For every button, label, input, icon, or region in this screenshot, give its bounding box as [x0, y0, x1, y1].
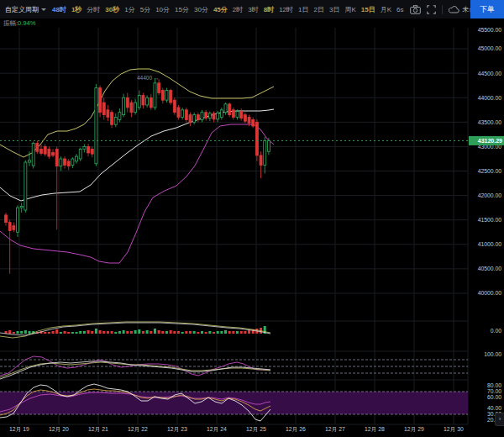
timeframe-item[interactable]: 分时	[87, 5, 100, 14]
custom-period-label: 自定义周期	[5, 5, 39, 14]
candle	[48, 146, 50, 159]
timeframe-item[interactable]: 45分	[213, 5, 228, 14]
timeframe-item[interactable]: 10分	[155, 5, 170, 14]
date-label: 12月 25	[246, 426, 266, 433]
timeframe-item[interactable]: 2日	[314, 5, 324, 14]
timeframe-item[interactable]: 30分	[194, 5, 208, 14]
candle	[71, 157, 74, 168]
axis-collapse-button[interactable]: ›	[495, 413, 504, 426]
camera-button[interactable]	[410, 5, 421, 14]
volume-bar	[232, 331, 234, 334]
timeframe-item[interactable]: 6s	[396, 6, 403, 13]
candle	[55, 146, 58, 229]
volume-bar	[64, 331, 66, 334]
price-axis-label: 45500.00	[478, 27, 502, 33]
volume-bar	[17, 331, 19, 334]
candle	[107, 105, 109, 121]
volume-bar	[13, 332, 15, 334]
toolbar: 自定义周期 48时1秒分时30秒1分5分10分15分30分45分2时3时8时12…	[0, 0, 504, 19]
timeframe-item[interactable]: 1日	[298, 5, 308, 14]
candle	[126, 92, 129, 112]
volume-bar	[150, 331, 152, 334]
candle	[5, 213, 8, 226]
volume-bar	[181, 332, 184, 334]
candle	[201, 110, 203, 123]
volume-bar	[29, 331, 31, 334]
chart-canvas[interactable]: 44400 →45500.0045000.0044500.0044000.004…	[0, 0, 504, 437]
candle	[161, 88, 164, 104]
candle	[205, 110, 207, 121]
candle	[8, 220, 11, 274]
timeframe-item[interactable]: 8时	[264, 5, 274, 14]
candle	[130, 100, 133, 117]
date-label: 12月 28	[365, 426, 385, 433]
volume-bar	[83, 331, 86, 334]
date-label: 12月 22	[128, 426, 148, 433]
timeframe-item[interactable]: 3时	[248, 5, 258, 14]
volume-bar	[224, 330, 227, 334]
timeframe-item[interactable]: 12时	[279, 5, 293, 14]
timeframe-item[interactable]: 30秒	[105, 5, 119, 14]
candle	[165, 88, 168, 103]
order-button[interactable]: 下单	[470, 0, 504, 18]
candle	[220, 108, 223, 120]
candle	[240, 108, 243, 121]
timeframe-item[interactable]: 5分	[140, 5, 150, 14]
timeframe-item[interactable]: 周K	[344, 5, 355, 14]
timeframe-item[interactable]: 2时	[233, 5, 243, 14]
timeframe-item[interactable]: 15日	[361, 5, 375, 14]
volume-bar	[71, 332, 74, 334]
volume-bar	[123, 330, 125, 334]
price-axis-label: 41000.00	[478, 241, 502, 247]
current-price-badge: 43120.29	[469, 136, 504, 145]
price-axis-label: 45000.00	[478, 45, 502, 51]
candle	[208, 112, 211, 122]
amplitude-value: 0.94%	[18, 19, 35, 27]
volume-bar	[165, 331, 168, 334]
candle	[193, 113, 196, 125]
cloud-icon	[449, 6, 459, 13]
chevron-down-icon	[41, 8, 46, 11]
trading-app: 自定义周期 48时1秒分时30秒1分5分10分15分30分45分2时3时8时12…	[0, 0, 504, 437]
candle	[20, 203, 23, 213]
volume-bar	[95, 329, 97, 334]
volume-bar	[201, 331, 203, 334]
volume-bar	[126, 331, 129, 334]
volume-bar	[193, 331, 196, 334]
candle	[17, 205, 19, 237]
volume-bar	[76, 332, 78, 334]
volume-bar	[205, 332, 207, 334]
candle	[146, 95, 149, 108]
timeframe-item[interactable]: 48时	[52, 5, 66, 14]
volume-bar	[48, 332, 50, 334]
volume-bar	[185, 331, 187, 334]
candle	[185, 108, 187, 122]
volume-bar	[24, 330, 27, 334]
volume-bar	[154, 329, 156, 334]
candle	[255, 119, 258, 161]
volume-bar	[52, 331, 55, 334]
price-axis-label: 44000.00	[478, 95, 502, 101]
candle	[154, 78, 156, 110]
price-axis-label: 40000.00	[478, 290, 502, 296]
timeframe-item[interactable]: 月K	[381, 5, 391, 14]
candle	[224, 103, 227, 115]
timeframe-item[interactable]: 3日	[329, 5, 339, 14]
toolbar-divider	[442, 5, 443, 14]
timeframe-item[interactable]: 15分	[175, 5, 189, 14]
volume-bar	[8, 330, 11, 334]
candle	[44, 145, 46, 157]
timeframe-item[interactable]: 1分	[124, 5, 134, 14]
candle	[244, 113, 246, 124]
custom-period-selector[interactable]: 自定义周期	[5, 5, 46, 14]
candle	[138, 91, 140, 110]
volume-bar	[208, 331, 211, 334]
timeframe-item[interactable]: 1秒	[71, 5, 81, 14]
volume-bar	[107, 331, 109, 334]
volume-bar	[228, 331, 231, 334]
candle	[91, 146, 93, 157]
fullscreen-button[interactable]	[427, 5, 436, 14]
volume-bar	[177, 331, 180, 334]
candle	[79, 148, 81, 161]
indicator-axis-label: 100.00	[484, 351, 501, 357]
